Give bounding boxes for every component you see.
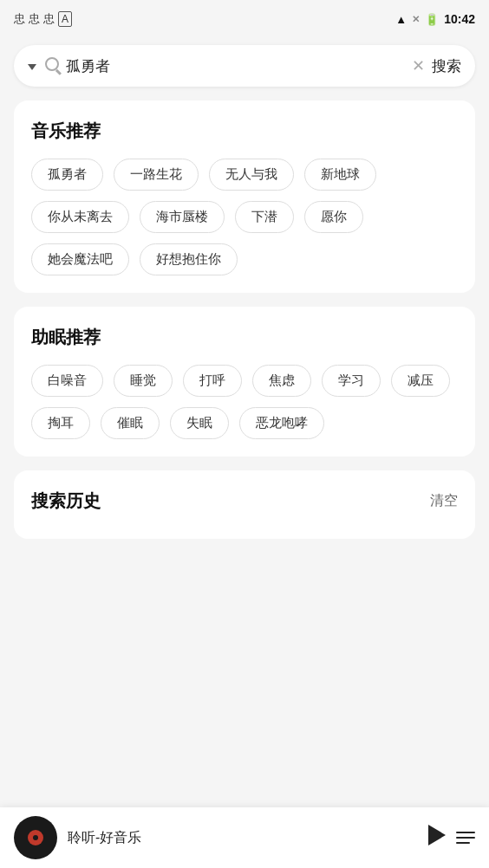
signal-icon: ✕	[412, 14, 420, 25]
search-bar: 孤勇者 ✕ 搜索	[14, 45, 475, 87]
music-tag-9[interactable]: 好想抱住你	[140, 243, 238, 275]
list-line-3	[456, 842, 470, 844]
notification-icon-2: 忠	[29, 11, 40, 27]
player-track-title: 聆听-好音乐	[68, 829, 418, 847]
input-method-icon: A	[58, 11, 72, 27]
music-recommendations-card: 音乐推荐 孤勇者 一路生花 无人与我 新地球 你从未离去 海市蜃楼 下潜 愿你 …	[14, 100, 475, 293]
status-icons: 忠 忠 忠 A	[14, 11, 72, 27]
sleep-tag-1[interactable]: 睡觉	[114, 365, 173, 397]
sleep-tags-container: 白噪音 睡觉 打呼 焦虑 学习 减压 掏耳 催眠 失眠 恶龙咆哮	[31, 365, 458, 439]
music-tag-0[interactable]: 孤勇者	[31, 159, 103, 191]
sleep-tag-9[interactable]: 恶龙咆哮	[239, 407, 324, 439]
search-dropdown-button[interactable]	[28, 58, 38, 74]
player-disc-artwork[interactable]	[14, 816, 57, 859]
sleep-tag-4[interactable]: 学习	[322, 365, 381, 397]
music-tag-7[interactable]: 愿你	[304, 201, 363, 233]
music-recommendations-title: 音乐推荐	[31, 120, 458, 143]
search-clear-button[interactable]: ✕	[412, 56, 425, 75]
status-bar: 忠 忠 忠 A ▲ ✕ 🔋 10:42	[0, 0, 489, 38]
clock: 10:42	[444, 12, 475, 26]
player-play-button[interactable]	[428, 824, 446, 852]
sleep-tag-7[interactable]: 催眠	[101, 407, 160, 439]
list-lines-icon	[456, 832, 475, 844]
music-tags-container: 孤勇者 一路生花 无人与我 新地球 你从未离去 海市蜃楼 下潜 愿你 她会魔法吧…	[31, 159, 458, 275]
sleep-tag-8[interactable]: 失眠	[170, 407, 229, 439]
music-tag-4[interactable]: 你从未离去	[31, 201, 129, 233]
history-title: 搜索历史	[31, 489, 101, 513]
sleep-tag-0[interactable]: 白噪音	[31, 365, 103, 397]
player-playlist-button[interactable]	[456, 832, 475, 844]
sleep-tag-3[interactable]: 焦虑	[252, 365, 311, 397]
sleep-recommendations-card: 助眠推荐 白噪音 睡觉 打呼 焦虑 学习 减压 掏耳 催眠 失眠 恶龙咆哮	[14, 307, 475, 457]
notification-icon-1: 忠	[14, 11, 25, 27]
history-clear-button[interactable]: 清空	[430, 492, 458, 510]
battery-icon: 🔋	[425, 13, 439, 26]
wifi-icon: ▲	[395, 13, 407, 26]
play-triangle-icon	[428, 825, 446, 845]
search-history-card: 搜索历史 清空	[14, 470, 475, 539]
search-submit-button[interactable]: 搜索	[432, 56, 461, 76]
music-tag-6[interactable]: 下潜	[235, 201, 294, 233]
music-tag-3[interactable]: 新地球	[304, 159, 376, 191]
sleep-tag-6[interactable]: 掏耳	[31, 407, 90, 439]
status-right-group: ▲ ✕ 🔋 10:42	[395, 12, 475, 26]
search-query-text[interactable]: 孤勇者	[66, 56, 405, 76]
magnify-circle	[45, 57, 59, 71]
history-header: 搜索历史 清空	[31, 489, 458, 513]
chevron-down-icon	[28, 64, 36, 70]
music-tag-5[interactable]: 海市蜃楼	[140, 201, 225, 233]
sleep-tag-2[interactable]: 打呼	[183, 365, 242, 397]
sleep-tag-5[interactable]: 减压	[391, 365, 450, 397]
bottom-player: 聆听-好音乐	[0, 807, 489, 868]
notification-icon-3: 忠	[43, 11, 55, 27]
music-tag-2[interactable]: 无人与我	[209, 159, 294, 191]
music-tag-1[interactable]: 一路生花	[114, 159, 199, 191]
list-line-2	[456, 837, 475, 839]
sleep-recommendations-title: 助眠推荐	[31, 326, 458, 349]
list-line-1	[456, 832, 475, 833]
search-magnify-icon	[45, 57, 59, 75]
music-tag-8[interactable]: 她会魔法吧	[31, 243, 129, 275]
